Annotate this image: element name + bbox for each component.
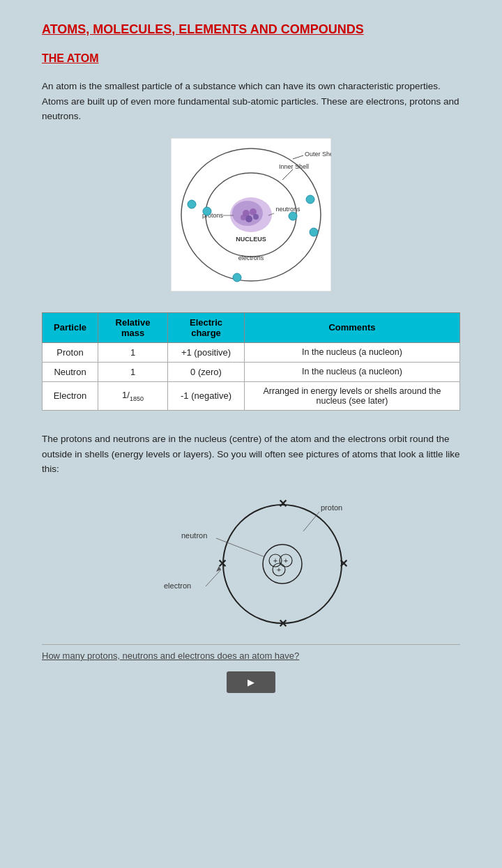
comments-neutron: In the nucleus (a nucleon) xyxy=(245,362,460,381)
svg-point-14 xyxy=(188,200,196,208)
svg-point-10 xyxy=(241,215,246,220)
electron-top: ✕ xyxy=(278,498,287,510)
second-paragraph: The protons and neutrons are in the nucl… xyxy=(42,432,460,477)
atom-diagram-1: Outer Shell Inner Shell protons neutrons… xyxy=(42,138,460,291)
section-title: THE ATOM xyxy=(42,52,460,65)
inner-shell-label: Inner Shell xyxy=(279,163,309,170)
neutrons-label: neutrons xyxy=(275,206,301,213)
next-button[interactable]: ▶ xyxy=(227,671,275,693)
mass-neutron: 1 xyxy=(98,362,168,381)
charge-electron: -1 (negative) xyxy=(168,381,245,410)
particle-neutron: Neutron xyxy=(43,362,98,381)
svg-point-19 xyxy=(289,212,297,220)
particle-electron: Electron xyxy=(43,381,98,410)
table-row: Neutron 1 0 (zero) In the nucleus (a nuc… xyxy=(43,362,460,381)
electron-label: electron xyxy=(164,581,191,590)
comments-electron: Arranged in energy levels or shells arou… xyxy=(245,381,460,410)
proton-label: proton xyxy=(321,503,342,512)
col-header-mass: Relative mass xyxy=(98,312,168,342)
svg-text:+: + xyxy=(277,565,281,574)
svg-point-16 xyxy=(310,228,318,236)
particle-proton: Proton xyxy=(43,342,98,362)
nucleus-label: NUCLEUS xyxy=(236,236,266,243)
outer-shell-label: Outer Shell xyxy=(305,151,331,158)
electron-bottom: ✕ xyxy=(278,618,287,630)
atom-diagram-2: + + + ✕ ✕ ✕ ✕ proton neutron electron xyxy=(42,491,460,630)
comments-proton: In the nucleus (a nucleon) xyxy=(245,342,460,362)
intro-text: An atom is the smallest particle of a su… xyxy=(42,79,460,124)
neutron-label: neutron xyxy=(181,531,207,540)
charge-neutron: 0 (zero) xyxy=(168,362,245,381)
svg-point-18 xyxy=(203,207,211,215)
svg-text:+: + xyxy=(284,556,288,565)
svg-line-30 xyxy=(206,570,221,586)
svg-point-11 xyxy=(253,214,259,220)
svg-point-9 xyxy=(245,215,252,222)
svg-line-28 xyxy=(303,512,319,531)
col-header-comments: Comments xyxy=(245,312,460,342)
col-header-charge: Electric charge xyxy=(168,312,245,342)
mass-electron: 1/1850 xyxy=(98,381,168,410)
electrons-label: electrons xyxy=(238,254,264,261)
page-title: ATOMS, MOLECULES, ELEMENTS AND COMPOUNDS xyxy=(42,21,460,38)
svg-point-17 xyxy=(233,273,241,282)
col-header-particle: Particle xyxy=(43,312,98,342)
table-container: Particle Relative mass Electric charge C… xyxy=(42,312,460,411)
mass-proton: 1 xyxy=(98,342,168,362)
table-row: Proton 1 +1 (positive) In the nucleus (a… xyxy=(43,342,460,362)
electron-right: ✕ xyxy=(339,558,348,570)
nav-bar: ▶ xyxy=(42,671,460,693)
svg-point-15 xyxy=(306,195,314,204)
table-row: Electron 1/1850 -1 (negative) Arranged i… xyxy=(43,381,460,410)
charge-proton: +1 (positive) xyxy=(168,342,245,362)
bottom-question: How many protons, neutrons and electrons… xyxy=(42,644,460,661)
